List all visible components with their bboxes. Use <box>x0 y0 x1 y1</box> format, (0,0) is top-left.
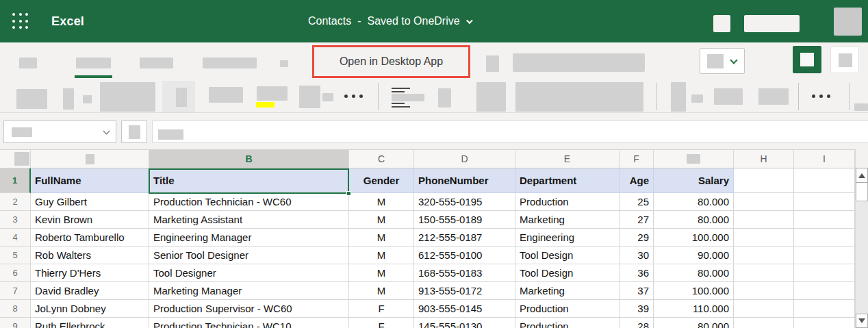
name-box[interactable] <box>3 121 116 143</box>
data-cell[interactable]: 612-555-0100 <box>414 247 515 264</box>
header-cell[interactable]: Title <box>149 168 349 193</box>
data-cell[interactable]: 36 <box>620 264 654 282</box>
row-header-5[interactable]: 5 <box>0 247 31 264</box>
data-cell[interactable]: M <box>349 211 414 229</box>
data-cell[interactable]: Production <box>515 300 620 318</box>
data-cell[interactable] <box>794 264 855 282</box>
row-header-2[interactable]: 2 <box>0 193 31 211</box>
data-cell[interactable]: Marketing Assistant <box>149 211 349 229</box>
data-cell[interactable]: Kevin Brown <box>31 211 149 229</box>
data-cell[interactable]: Tool Designer <box>149 264 349 282</box>
data-cell[interactable]: 320-555-0195 <box>414 193 515 211</box>
data-cell[interactable]: 30 <box>620 247 654 264</box>
ribbon-green-toggle-button[interactable] <box>793 46 821 73</box>
header-cell[interactable] <box>734 168 794 193</box>
data-cell[interactable]: 37 <box>620 282 654 300</box>
header-cell[interactable]: Gender <box>349 168 414 193</box>
toolbar-control-placeholder[interactable] <box>691 94 703 103</box>
column-header-D[interactable]: D <box>414 150 515 168</box>
highlight-color-swatch[interactable] <box>256 102 275 108</box>
more-options-ellipsis-icon[interactable] <box>342 92 365 99</box>
data-cell[interactable]: 100.000 <box>654 229 734 247</box>
data-cell[interactable]: 150-555-0189 <box>414 211 515 229</box>
open-in-desktop-app-button[interactable]: Open in Desktop App <box>312 45 470 78</box>
data-cell[interactable]: Thierry D'Hers <box>31 264 149 282</box>
data-cell[interactable]: 90.000 <box>654 247 734 264</box>
avatar[interactable] <box>834 8 862 36</box>
header-cell[interactable]: PhoneNumber <box>414 168 515 193</box>
toolbar-control-placeholder[interactable] <box>83 95 92 103</box>
data-cell[interactable]: 28 <box>620 318 654 328</box>
data-cell[interactable] <box>794 211 855 229</box>
scroll-down-button[interactable] <box>856 314 868 328</box>
data-cell[interactable]: F <box>349 300 414 318</box>
data-cell[interactable]: M <box>349 247 414 264</box>
data-cell[interactable] <box>794 300 855 318</box>
data-cell[interactable]: Production Supervisor - WC60 <box>149 300 349 318</box>
ribbon-tab-placeholder-small[interactable] <box>280 60 288 67</box>
data-cell[interactable]: 168-555-0183 <box>414 264 515 282</box>
data-cell[interactable]: Tool Design <box>515 264 620 282</box>
header-cell[interactable]: FullName <box>31 168 149 193</box>
row-header-1[interactable]: 1 <box>0 168 31 193</box>
toolbar-control-placeholder[interactable] <box>438 88 451 108</box>
ribbon-tab-placeholder[interactable] <box>203 58 257 68</box>
data-cell[interactable]: M <box>349 264 414 282</box>
row-header-8[interactable]: 8 <box>0 300 31 318</box>
formula-bar-input[interactable] <box>152 121 868 143</box>
toolbar-control-placeholder[interactable] <box>63 88 74 110</box>
data-cell[interactable]: Ruth Ellerbrock <box>31 318 149 328</box>
data-cell[interactable]: Guy Gilbert <box>31 193 149 211</box>
data-cell[interactable]: 145-555-0130 <box>414 318 515 328</box>
data-cell[interactable]: 100.000 <box>654 282 734 300</box>
ribbon-tab-placeholder-active[interactable] <box>76 58 111 68</box>
column-header-redacted[interactable] <box>31 150 149 168</box>
header-cell[interactable]: Salary <box>654 168 734 193</box>
header-cell[interactable]: Age <box>620 168 654 193</box>
toolbar-control-placeholder[interactable] <box>758 88 789 105</box>
select-all-corner[interactable] <box>0 150 31 168</box>
ribbon-search-placeholder[interactable] <box>513 53 645 72</box>
data-cell[interactable]: Marketing Manager <box>149 282 349 300</box>
header-cell[interactable] <box>794 168 855 193</box>
row-header-4[interactable]: 4 <box>0 229 31 247</box>
data-cell[interactable]: 29 <box>620 229 654 247</box>
data-cell[interactable] <box>734 229 794 247</box>
app-name[interactable]: Excel <box>51 0 84 42</box>
data-cell[interactable]: David Bradley <box>31 282 149 300</box>
ribbon-tab-placeholder[interactable] <box>140 58 173 68</box>
scroll-up-button[interactable] <box>856 168 868 183</box>
data-cell[interactable]: 80.000 <box>654 193 734 211</box>
data-cell[interactable] <box>794 229 855 247</box>
data-cell[interactable] <box>734 282 794 300</box>
row-header-6[interactable]: 6 <box>0 264 31 282</box>
data-cell[interactable]: 212-555-0187 <box>414 229 515 247</box>
ribbon-dropdown-button[interactable] <box>700 48 745 74</box>
data-cell[interactable]: Senior Tool Designer <box>149 247 349 264</box>
titlebar-control-placeholder[interactable] <box>713 15 730 32</box>
insert-function-fx-button[interactable] <box>121 121 147 143</box>
column-header-H[interactable]: H <box>734 150 794 168</box>
header-cell[interactable]: Department <box>515 168 620 193</box>
column-header-redacted[interactable] <box>654 150 734 168</box>
ribbon-white-toggle-button[interactable] <box>830 46 859 73</box>
column-header-E[interactable]: E <box>515 150 620 168</box>
data-cell[interactable] <box>734 264 794 282</box>
column-header-F[interactable]: F <box>620 150 654 168</box>
data-cell[interactable]: F <box>349 318 414 328</box>
data-cell[interactable]: 39 <box>620 300 654 318</box>
data-cell[interactable]: Marketing <box>515 282 620 300</box>
toolbar-pressed-control[interactable] <box>162 81 195 112</box>
toolbar-control-placeholder[interactable] <box>100 82 155 112</box>
data-cell[interactable] <box>794 282 855 300</box>
toolbar-control-placeholder[interactable] <box>209 87 243 103</box>
toolbar-control-placeholder[interactable] <box>322 93 333 101</box>
data-cell[interactable] <box>734 300 794 318</box>
data-cell[interactable]: 80.000 <box>654 211 734 229</box>
data-cell[interactable]: 903-555-0145 <box>414 300 515 318</box>
data-cell[interactable]: 27 <box>620 211 654 229</box>
column-header-B[interactable]: B <box>149 150 349 168</box>
row-header-9[interactable]: 9 <box>0 318 31 328</box>
data-cell[interactable]: Production Technician - WC60 <box>149 193 349 211</box>
app-launcher-waffle-icon[interactable] <box>12 13 29 30</box>
